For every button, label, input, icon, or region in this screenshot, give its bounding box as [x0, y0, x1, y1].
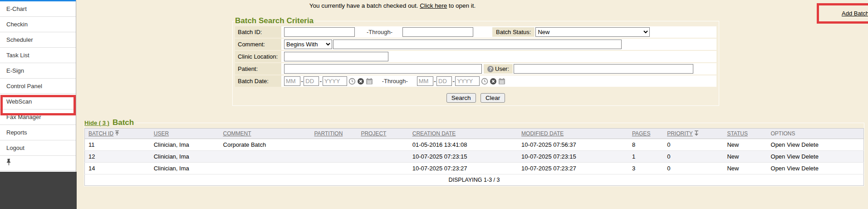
- open-option-link[interactable]: Open: [771, 153, 785, 160]
- cell-status: New: [723, 139, 767, 151]
- cell-options: OpenViewDelete: [767, 163, 864, 174]
- sidebar-item-webscan[interactable]: WebScan: [0, 94, 76, 109]
- sidebar-item-reports[interactable]: Reports: [0, 125, 76, 140]
- comment-input[interactable]: [333, 40, 622, 49]
- batch-date-label: Batch Date:: [235, 75, 281, 87]
- sidebar-bottom-filler: [0, 172, 77, 209]
- checkout-open-link[interactable]: Click here: [420, 2, 447, 9]
- batch-status-select[interactable]: New: [535, 27, 650, 37]
- add-batch-link[interactable]: Add Batch: [842, 10, 868, 17]
- pushpin-icon[interactable]: [6, 159, 11, 168]
- column-header-options: OPTIONS: [767, 129, 864, 139]
- help-icon[interactable]: ?: [487, 66, 494, 72]
- column-header-user[interactable]: USER: [150, 129, 220, 139]
- sidebar-item-control-panel[interactable]: Control Panel: [0, 79, 76, 94]
- cell-modified-date: 10-07-2025 07:23:15: [518, 151, 628, 163]
- open-option-link[interactable]: Open: [771, 141, 785, 148]
- date-from-dd-input[interactable]: [304, 76, 319, 86]
- user-label: User:: [495, 65, 509, 72]
- date-to-yyyy-input[interactable]: [455, 76, 480, 86]
- date-from-mm-input[interactable]: [284, 76, 300, 86]
- cell-creation-date: 10-07-2025 07:23:15: [409, 151, 518, 163]
- delete-option-link[interactable]: Delete: [801, 165, 819, 172]
- column-header-comment[interactable]: COMMENT: [220, 129, 311, 139]
- cell-user: Clinician, Ima: [150, 139, 220, 151]
- open-option-link[interactable]: Open: [771, 165, 785, 172]
- column-header-partition[interactable]: PARTITION: [310, 129, 357, 139]
- sidebar-item-task-list[interactable]: Task List: [0, 48, 76, 63]
- checkout-message: You currently have a batch checked out. …: [76, 2, 709, 9]
- batch-id-row: Batch ID: -Through- Batch Status: New: [235, 26, 716, 38]
- cell-options: OpenViewDelete: [767, 151, 864, 163]
- cell-priority: 0: [663, 139, 723, 151]
- column-header-priority[interactable]: PRIORITY: [663, 129, 723, 139]
- column-header-creation-date[interactable]: CREATION DATE: [409, 129, 518, 139]
- batch-id-from-input[interactable]: [284, 27, 355, 37]
- date-dash: -: [434, 77, 436, 85]
- batch-date-row: Batch Date: - - -Through- - -: [235, 75, 716, 87]
- batch-id-to-input[interactable]: [402, 27, 473, 37]
- clear-date-icon[interactable]: [490, 78, 497, 85]
- sidebar-item-fax-manager[interactable]: Fax Manager: [0, 109, 76, 125]
- date-to-dd-input[interactable]: [436, 76, 452, 86]
- user-input[interactable]: [514, 64, 693, 74]
- hide-link[interactable]: Hide ( 3 ): [84, 119, 109, 126]
- search-title: Batch Search Criteria: [235, 16, 315, 25]
- table-footer-text: DISPLAYING 1-3 / 3: [85, 174, 864, 186]
- cell-priority: 0: [663, 151, 723, 163]
- table-header-row: BATCH IDUSERCOMMENTPARTITIONPROJECTCREAT…: [85, 129, 864, 139]
- clinic-location-row: Clinic Location:: [235, 51, 716, 62]
- date-to-mm-input[interactable]: [417, 76, 433, 86]
- sidebar-item-scheduler[interactable]: Scheduler: [0, 32, 76, 48]
- clear-button[interactable]: Clear: [481, 93, 505, 103]
- sidebar-item-checkin[interactable]: Checkin: [0, 17, 76, 32]
- delete-option-link[interactable]: Delete: [801, 153, 819, 160]
- batch-status-label: Batch Status:: [492, 27, 535, 37]
- batch-list-title: Batch: [113, 118, 134, 127]
- column-header-pages[interactable]: PAGES: [628, 129, 663, 139]
- batch-list-section: Hide ( 3 ) Batch BATCH IDUSERCOMMENTPART…: [84, 118, 864, 186]
- delete-option-link[interactable]: Delete: [801, 141, 819, 148]
- calendar-icon[interactable]: [498, 78, 505, 85]
- view-option-link[interactable]: View: [787, 165, 799, 172]
- column-header-modified-date[interactable]: MODIFIED DATE: [518, 129, 628, 139]
- cell-modified-date: 10-07-2025 07:56:37: [518, 139, 628, 151]
- sidebar-item-logout[interactable]: Logout: [0, 140, 76, 156]
- webscan-page: { "colors": { "accent_green": "#688A1E",…: [0, 0, 868, 209]
- add-batch-annotation-box: Add Batch: [817, 3, 868, 24]
- user-label-cell: ? User:: [484, 64, 513, 74]
- sidebar-item-e-chart[interactable]: E-Chart: [0, 1, 76, 17]
- sidebar-item-e-sign[interactable]: E-Sign: [0, 63, 76, 79]
- cell-status: New: [723, 163, 767, 174]
- clock-icon[interactable]: [348, 78, 356, 85]
- cell-project: [357, 163, 408, 174]
- comment-row: Comment: Begins With: [235, 39, 716, 50]
- patient-input[interactable]: [284, 64, 482, 74]
- date-from-yyyy-input[interactable]: [323, 76, 347, 86]
- view-option-link[interactable]: View: [787, 141, 799, 148]
- search-button[interactable]: Search: [446, 93, 476, 103]
- cell-pages: 1: [628, 151, 663, 163]
- clinic-location-label: Clinic Location:: [235, 51, 281, 62]
- comment-match-select[interactable]: Begins With: [284, 40, 332, 49]
- cell-user: Clinician, Ima: [150, 151, 220, 163]
- calendar-icon[interactable]: [366, 78, 373, 85]
- column-header-project[interactable]: PROJECT: [357, 129, 408, 139]
- batch-table: BATCH IDUSERCOMMENTPARTITIONPROJECTCREAT…: [84, 128, 864, 186]
- patient-label: Patient:: [235, 63, 281, 75]
- clear-date-icon[interactable]: [357, 78, 364, 85]
- pin-row[interactable]: [0, 156, 76, 171]
- batch-search-criteria: Batch Search Criteria Batch ID: -Through…: [232, 16, 719, 106]
- column-header-status[interactable]: STATUS: [723, 129, 767, 139]
- checkout-message-tail: to open it.: [447, 2, 476, 9]
- clinic-location-input[interactable]: [284, 52, 388, 61]
- cell-creation-date: 10-07-2025 07:23:27: [409, 163, 518, 174]
- cell-pages: 8: [628, 139, 663, 151]
- date-dash: -: [301, 77, 303, 85]
- cell-status: New: [723, 151, 767, 163]
- column-header-batch-id[interactable]: BATCH ID: [85, 129, 150, 139]
- sidebar: E-ChartCheckinSchedulerTask ListE-SignCo…: [0, 0, 76, 172]
- clock-icon[interactable]: [481, 78, 488, 85]
- cell-partition: [310, 151, 357, 163]
- view-option-link[interactable]: View: [787, 153, 799, 160]
